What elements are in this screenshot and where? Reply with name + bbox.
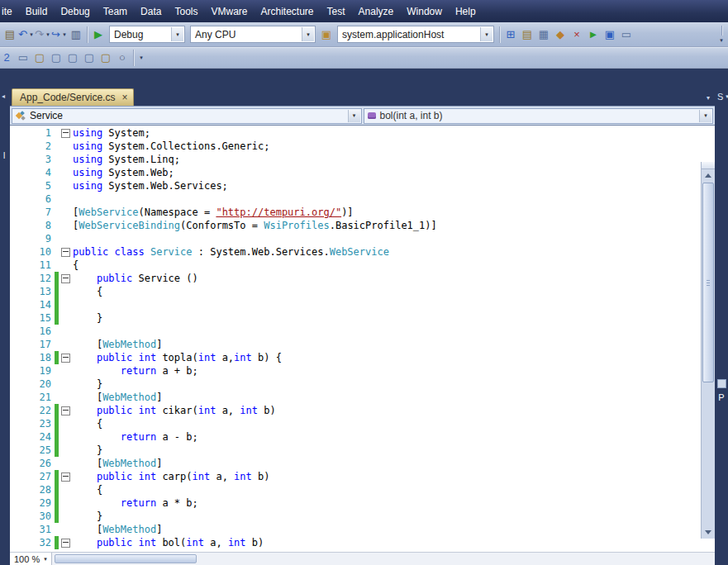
breakpoint-margin[interactable] <box>10 417 25 430</box>
toolbar-overflow-button[interactable]: ▾ <box>136 49 146 67</box>
code-line-28[interactable]: 28 { <box>10 483 701 496</box>
menu-item-analyze[interactable]: Analyze <box>352 2 401 21</box>
properties-window-icon[interactable]: ▦ <box>535 26 552 44</box>
start-debugging-button[interactable]: ▶ <box>90 26 107 44</box>
find-in-files-button[interactable]: ▣ <box>318 26 335 44</box>
breakpoint-margin[interactable] <box>10 444 25 457</box>
code-text[interactable]: using System.Web.Services; <box>73 179 228 192</box>
code-text[interactable]: [WebMethod] <box>73 457 162 470</box>
bubble-next-icon[interactable]: ▢ <box>81 49 98 67</box>
breakpoint-margin[interactable] <box>10 377 25 391</box>
menu-item-architecture[interactable]: Architecture <box>254 2 320 21</box>
find-combo[interactable]: system.applicationHost ▾ <box>337 26 494 43</box>
code-line-12[interactable]: 12 public Service () <box>10 272 701 285</box>
breakpoint-margin[interactable] <box>10 245 25 259</box>
dropdown-caret-icon[interactable]: ▾ <box>28 31 35 38</box>
code-text[interactable]: using System.Linq; <box>73 153 180 166</box>
toolbar-overflow-button[interactable]: ▾ <box>716 26 726 44</box>
tab-scroll-left-icon[interactable]: ◂ <box>2 93 5 100</box>
breakpoint-margin[interactable] <box>10 298 25 311</box>
code-line-32[interactable]: 32 public int bol(int a, int b) <box>10 536 701 549</box>
code-line-6[interactable]: 6 <box>10 192 701 206</box>
code-line-7[interactable]: 7[WebService(Namespace = "http://tempuri… <box>10 206 701 219</box>
code-line-18[interactable]: 18 public int topla(int a,int b) { <box>10 351 701 364</box>
code-line-16[interactable]: 16 <box>10 325 701 338</box>
code-text[interactable]: } <box>73 311 102 325</box>
menu-item-ite[interactable]: ite <box>0 2 19 21</box>
navigate-back-icon[interactable]: ↪▾ <box>51 26 68 44</box>
extensions-icon[interactable]: ▣ <box>602 26 618 44</box>
horizontal-scrollbar-thumb[interactable] <box>55 554 197 563</box>
breakpoint-margin[interactable] <box>10 232 25 245</box>
collapse-region-icon[interactable] <box>61 472 70 482</box>
code-text[interactable]: using System.Web; <box>73 166 174 179</box>
solution-configuration-combo[interactable]: Debug ▾ <box>109 26 185 43</box>
code-line-14[interactable]: 14 <box>10 298 701 311</box>
breakpoint-margin[interactable] <box>10 126 25 140</box>
menu-item-help[interactable]: Help <box>449 2 483 21</box>
chevron-down-icon[interactable]: ▾ <box>480 27 492 41</box>
scroll-down-button[interactable] <box>702 526 715 539</box>
breakpoint-margin[interactable] <box>10 404 25 417</box>
breakpoint-margin[interactable] <box>10 523 25 536</box>
code-text[interactable]: public Service () <box>73 272 198 285</box>
breakpoint-margin[interactable] <box>10 325 25 338</box>
toolbox-icon[interactable]: × <box>569 26 585 44</box>
code-text[interactable]: public int topla(int a,int b) { <box>73 351 282 364</box>
breakpoint-margin[interactable] <box>10 285 25 298</box>
object-browser-icon[interactable]: ◆ <box>552 26 569 44</box>
code-line-4[interactable]: 4using System.Web; <box>10 166 701 179</box>
breakpoint-margin[interactable] <box>10 536 25 549</box>
dropdown-caret-icon[interactable]: ▾ <box>45 31 51 38</box>
breakpoint-margin[interactable] <box>10 179 25 192</box>
breakpoint-margin[interactable] <box>10 351 25 364</box>
uncomment-bubble-icon[interactable]: ▢ <box>48 49 64 67</box>
breakpoint-margin[interactable] <box>10 166 25 179</box>
vertical-scrollbar[interactable] <box>701 162 715 539</box>
menu-item-window[interactable]: Window <box>400 2 449 21</box>
properties-collapsed-tab[interactable]: P <box>715 379 728 402</box>
scroll-up-button[interactable] <box>702 169 715 182</box>
collapse-region-icon[interactable] <box>61 274 70 283</box>
code-line-8[interactable]: 8[WebServiceBinding(ConformsTo = WsiProf… <box>10 219 701 232</box>
clipboard-icon[interactable]: ▤ <box>2 26 18 44</box>
bubble-pair-icon[interactable]: ▢ <box>98 49 114 67</box>
code-text[interactable]: [WebMethod] <box>73 338 162 351</box>
breakpoint-margin[interactable] <box>10 496 25 510</box>
command-window-icon[interactable]: ▭ <box>618 26 635 44</box>
tab-list-dropdown-icon[interactable]: ▾ <box>707 94 710 102</box>
close-icon[interactable]: × <box>121 93 127 102</box>
chevron-down-icon[interactable]: ▾ <box>171 27 183 41</box>
code-line-1[interactable]: 1using System; <box>10 126 701 140</box>
code-text[interactable]: public int bol(int a, int b) <box>73 536 264 549</box>
code-text[interactable]: [WebServiceBinding(ConformsTo = WsiProfi… <box>73 219 437 232</box>
code-text[interactable]: { <box>73 285 102 298</box>
save-all-icon[interactable]: ▥ <box>68 26 84 44</box>
code-text[interactable]: } <box>73 510 102 523</box>
breakpoint-margin[interactable] <box>10 391 25 404</box>
chevron-down-icon[interactable]: ▾ <box>699 110 711 122</box>
chevron-down-icon[interactable]: ▾ <box>302 27 314 41</box>
code-text[interactable]: } <box>73 444 102 457</box>
breakpoint-margin[interactable] <box>10 206 25 219</box>
breakpoint-margin[interactable] <box>10 338 25 351</box>
tab-app-code-service-cs[interactable]: App_Code/Service.cs × <box>12 88 134 106</box>
breakpoint-margin[interactable] <box>10 272 25 285</box>
code-text[interactable]: { <box>73 259 79 272</box>
breakpoint-margin[interactable] <box>10 483 25 496</box>
add-item-icon[interactable]: ⊞ <box>502 26 519 44</box>
code-line-5[interactable]: 5using System.Web.Services; <box>10 179 701 192</box>
split-handle[interactable] <box>702 162 715 169</box>
menu-item-data[interactable]: Data <box>134 2 168 21</box>
code-line-11[interactable]: 11{ <box>10 259 701 272</box>
collapse-region-icon[interactable] <box>61 406 70 415</box>
dropdown-caret-icon[interactable]: ▾ <box>61 31 68 38</box>
code-text[interactable]: public int cikar(int a, int b) <box>73 404 276 417</box>
undo-icon[interactable]: ↶▾ <box>18 26 35 44</box>
code-line-27[interactable]: 27 public int carp(int a, int b) <box>10 470 701 483</box>
chevron-down-icon[interactable]: ▾ <box>348 110 360 122</box>
breakpoint-margin[interactable] <box>10 457 25 470</box>
code-line-23[interactable]: 23 { <box>10 417 701 430</box>
code-line-25[interactable]: 25 } <box>10 444 701 457</box>
code-line-30[interactable]: 30 } <box>10 510 701 523</box>
